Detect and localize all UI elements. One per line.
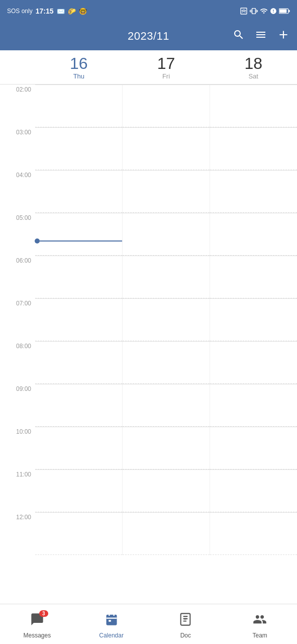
hour-cell-0500-day1[interactable]	[123, 213, 210, 256]
calendar-label: Calendar	[99, 632, 124, 639]
hour-cell-1200-day0[interactable]	[35, 513, 123, 555]
hour-label-0500: 05:00	[0, 213, 35, 256]
hour-label-0600: 06:00	[0, 256, 35, 298]
hour-cell-0300-day2[interactable]	[210, 128, 297, 170]
nav-doc[interactable]: W Doc	[149, 609, 223, 639]
hour-row-0600[interactable]: 06:00	[0, 256, 297, 298]
hour-cell-0200-day1[interactable]	[123, 85, 210, 127]
hour-cell-0400-day0[interactable]	[35, 171, 123, 213]
hour-cell-1100-day2[interactable]	[210, 470, 297, 512]
hour-label-0200: 02:00	[0, 85, 35, 127]
hour-cells-1000	[35, 427, 297, 469]
email-emoji: ✉️	[57, 8, 65, 15]
emoji3: 🤓	[79, 8, 87, 15]
hour-row-0900[interactable]: 09:00	[0, 384, 297, 427]
hour-row-0500[interactable]: 05:00	[0, 213, 297, 256]
messages-badge: 3	[39, 610, 48, 617]
hour-cell-0200-day2[interactable]	[210, 85, 297, 127]
hour-cell-1000-day1[interactable]	[123, 427, 210, 469]
hour-cells-0900	[35, 384, 297, 427]
status-left: SOS only 17:15 ✉️ 🌮 🤓	[7, 7, 87, 15]
calendar-grid: 02:0003:0004:0005:0006:0007:0008:0009:00…	[0, 85, 297, 595]
vibrate-icon	[250, 7, 258, 15]
day-number-17: 17	[123, 55, 210, 71]
hour-cell-0400-day1[interactable]	[123, 171, 210, 213]
hour-cell-0300-day0[interactable]	[35, 128, 123, 170]
hour-cell-0600-day1[interactable]	[123, 256, 210, 298]
days-header: 16 Thu 17 Fri 18 Sat	[0, 50, 297, 85]
hour-label-0700: 07:00	[0, 298, 35, 341]
nav-team[interactable]: Team	[223, 609, 297, 639]
hour-cell-0500-day2[interactable]	[210, 213, 297, 256]
hour-cell-0600-day2[interactable]	[210, 256, 297, 298]
half-hour-line	[123, 554, 210, 555]
hour-cell-0500-day0[interactable]	[35, 213, 123, 256]
hour-cell-0900-day0[interactable]	[35, 384, 123, 427]
hour-cell-0600-day0[interactable]	[35, 256, 123, 298]
search-button[interactable]	[233, 29, 245, 44]
hour-cell-0200-day0[interactable]	[35, 85, 123, 127]
hour-row-0700[interactable]: 07:00	[0, 298, 297, 341]
hour-label-1100: 11:00	[0, 469, 35, 512]
hour-cell-0900-day1[interactable]	[123, 384, 210, 427]
day-col-fri[interactable]: 17 Fri	[123, 50, 210, 84]
menu-button[interactable]	[255, 29, 267, 44]
messages-icon: 3	[30, 612, 44, 630]
nav-messages[interactable]: 3 Messages	[0, 609, 74, 639]
svg-rect-7	[109, 620, 111, 622]
hour-cell-1100-day0[interactable]	[35, 470, 123, 512]
current-time-indicator	[35, 238, 122, 244]
hour-cells-0700	[35, 298, 297, 341]
hour-label-0900: 09:00	[0, 384, 35, 427]
hour-cells-0500	[35, 213, 297, 256]
hour-row-0200[interactable]: 02:00	[0, 85, 297, 127]
team-icon	[253, 612, 267, 630]
svg-rect-3	[106, 615, 117, 625]
svg-rect-2	[279, 9, 286, 13]
hour-cell-0900-day2[interactable]	[210, 384, 297, 427]
hour-row-1100[interactable]: 11:00	[0, 469, 297, 512]
hour-cell-0800-day0[interactable]	[35, 342, 123, 384]
hour-cell-0400-day2[interactable]	[210, 171, 297, 213]
header-title: 2023/11	[128, 30, 169, 43]
hour-cell-1200-day1[interactable]	[123, 513, 210, 555]
nav-calendar[interactable]: Calendar	[74, 609, 149, 639]
hour-label-1200: 12:00	[0, 512, 35, 555]
hour-cells-0800	[35, 341, 297, 384]
hour-row-0800[interactable]: 08:00	[0, 341, 297, 384]
hour-row-1000[interactable]: 10:00	[0, 427, 297, 469]
svg-text:W: W	[184, 617, 187, 620]
add-button[interactable]	[277, 28, 290, 44]
hour-cell-0800-day1[interactable]	[123, 342, 210, 384]
hour-cell-0300-day1[interactable]	[123, 128, 210, 170]
day-number-16: 16	[35, 55, 123, 71]
half-hour-line	[210, 554, 297, 555]
day-col-thu[interactable]: 16 Thu	[35, 50, 123, 84]
hour-cell-0800-day2[interactable]	[210, 342, 297, 384]
hour-row-0300[interactable]: 03:00	[0, 127, 297, 170]
hour-cell-0700-day1[interactable]	[123, 299, 210, 341]
status-bar: SOS only 17:15 ✉️ 🌮 🤓	[0, 0, 297, 22]
hour-cell-0700-day2[interactable]	[210, 299, 297, 341]
wifi-icon	[260, 7, 268, 15]
nfc-icon	[240, 7, 248, 15]
hour-label-1000: 10:00	[0, 427, 35, 469]
hour-cell-1100-day1[interactable]	[123, 470, 210, 512]
day-number-18: 18	[210, 55, 297, 71]
hour-row-0400[interactable]: 04:00	[0, 170, 297, 213]
day-col-sat[interactable]: 18 Sat	[210, 50, 297, 84]
day-name-fri: Fri	[123, 72, 210, 80]
day-name-thu: Thu	[35, 72, 123, 80]
alert-icon	[270, 8, 277, 15]
hour-cells-0200	[35, 85, 297, 127]
hour-cell-1000-day0[interactable]	[35, 427, 123, 469]
hour-row-1200[interactable]: 12:00	[0, 512, 297, 555]
hour-cell-1000-day2[interactable]	[210, 427, 297, 469]
status-right	[240, 7, 290, 15]
emoji2: 🌮	[68, 8, 76, 15]
time-gutter	[0, 50, 35, 84]
hour-label-0300: 03:00	[0, 127, 35, 170]
time-dot	[35, 238, 40, 244]
hour-cell-0700-day0[interactable]	[35, 299, 123, 341]
hour-cell-1200-day2[interactable]	[210, 513, 297, 555]
